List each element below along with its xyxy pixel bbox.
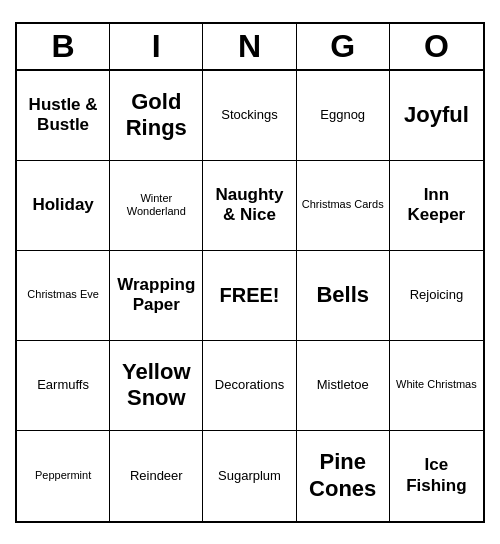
bingo-cell-5: Holiday: [17, 161, 110, 251]
bingo-cell-12: FREE!: [203, 251, 296, 341]
bingo-cell-0: Hustle & Bustle: [17, 71, 110, 161]
bingo-cell-11: Wrapping Paper: [110, 251, 203, 341]
bingo-cell-21: Reindeer: [110, 431, 203, 521]
bingo-cell-10: Christmas Eve: [17, 251, 110, 341]
header-letter-g: G: [297, 24, 390, 69]
bingo-card: BINGO Hustle & BustleGold RingsStockings…: [15, 22, 485, 523]
header-letter-b: B: [17, 24, 110, 69]
bingo-cell-6: Winter Wonderland: [110, 161, 203, 251]
bingo-cell-14: Rejoicing: [390, 251, 483, 341]
bingo-cell-15: Earmuffs: [17, 341, 110, 431]
bingo-grid: Hustle & BustleGold RingsStockingsEggnog…: [17, 71, 483, 521]
bingo-cell-1: Gold Rings: [110, 71, 203, 161]
bingo-cell-19: White Christmas: [390, 341, 483, 431]
bingo-cell-9: Inn Keeper: [390, 161, 483, 251]
bingo-cell-13: Bells: [297, 251, 390, 341]
bingo-header: BINGO: [17, 24, 483, 71]
bingo-cell-23: Pine Cones: [297, 431, 390, 521]
bingo-cell-17: Decorations: [203, 341, 296, 431]
header-letter-i: I: [110, 24, 203, 69]
bingo-cell-22: Sugarplum: [203, 431, 296, 521]
bingo-cell-24: Ice Fishing: [390, 431, 483, 521]
bingo-cell-8: Christmas Cards: [297, 161, 390, 251]
bingo-cell-20: Peppermint: [17, 431, 110, 521]
bingo-cell-2: Stockings: [203, 71, 296, 161]
bingo-cell-3: Eggnog: [297, 71, 390, 161]
bingo-cell-4: Joyful: [390, 71, 483, 161]
header-letter-n: N: [203, 24, 296, 69]
bingo-cell-16: Yellow Snow: [110, 341, 203, 431]
header-letter-o: O: [390, 24, 483, 69]
bingo-cell-7: Naughty & Nice: [203, 161, 296, 251]
bingo-cell-18: Mistletoe: [297, 341, 390, 431]
